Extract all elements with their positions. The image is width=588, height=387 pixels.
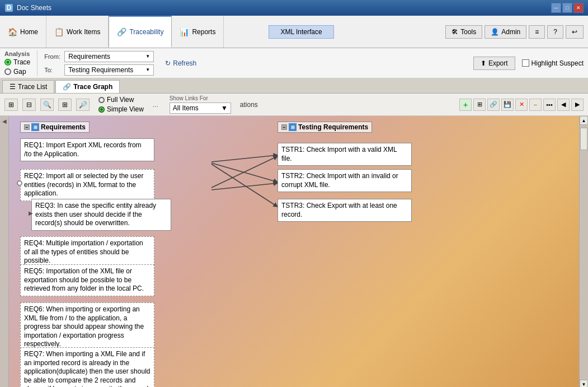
tab-tracegraph-label: Trace Graph	[73, 83, 112, 91]
add-button[interactable]: +	[459, 99, 472, 111]
tab-workitems[interactable]: 📋 Work Items	[46, 16, 109, 48]
from-dropdown[interactable]: Requirements ▼	[64, 51, 154, 62]
svg-line-6	[211, 183, 277, 190]
simpleview-indicator	[98, 106, 105, 113]
tab-home-label: Home	[20, 28, 38, 36]
delete-button[interactable]: ✕	[515, 99, 528, 111]
list-view-button[interactable]: ≡	[529, 25, 545, 39]
show-links-arrow: ▼	[221, 104, 228, 112]
tstr1-text: TSTR1: Check Import with a valid XML fil…	[281, 146, 397, 162]
reports-icon: 📊	[180, 27, 189, 36]
gap-radio[interactable]: Gap	[4, 68, 30, 76]
workitems-icon: 📋	[54, 27, 64, 36]
scroll-up-button[interactable]: ▲	[580, 116, 588, 125]
toolbar-btn-4[interactable]: ⊞	[58, 99, 72, 111]
tstr-collapse-btn[interactable]: −	[281, 124, 287, 130]
req2-text: REQ2: Import all or selected by the user…	[24, 172, 143, 197]
left-collapse-panel[interactable]: ◀	[0, 116, 9, 387]
fullview-radio[interactable]: Full View	[98, 96, 144, 104]
from-value: Requirements	[68, 53, 110, 60]
to-label: To:	[44, 67, 61, 73]
menu-bar: 🏠 Home 📋 Work Items 🔗 Traceability 📊 Rep…	[0, 16, 588, 48]
secondary-toolbar: ⊞ ⊟ 🔍 ⊞ 🔎 Full View Simple View ... Show…	[0, 94, 588, 116]
grid-button[interactable]: ⊞	[473, 99, 486, 111]
svg-line-2	[211, 155, 277, 162]
req7-text: REQ7: When importing a XML File and if a…	[24, 350, 150, 387]
prev-button[interactable]: ◀	[557, 99, 570, 111]
req-collapse-btn[interactable]: −	[24, 124, 30, 130]
tab-traceability-label: Traceability	[129, 28, 163, 36]
req6-node: REQ6: When importing or exporting an XML…	[20, 302, 154, 352]
tab-reports[interactable]: 📊 Reports	[172, 16, 224, 48]
right-menu: 🛠 Tools 👤 Admin ≡ ? ↩	[441, 25, 588, 39]
toolbar-area: Analysis Trace Gap From: Requirements ▼ …	[0, 48, 588, 78]
trace-radio-label: Trace	[13, 58, 30, 66]
next-button[interactable]: ▶	[571, 99, 584, 111]
xml-interface-tab[interactable]: XML Interface	[269, 25, 333, 39]
more-btn[interactable]: ...	[153, 101, 158, 109]
scroll-thumb[interactable]	[580, 128, 587, 150]
close-button[interactable]: ✕	[573, 3, 584, 13]
minimize-button[interactable]: ─	[551, 3, 561, 13]
toolbar-btn-5[interactable]: 🔎	[76, 99, 90, 111]
exit-button[interactable]: ↩	[566, 25, 584, 39]
tstr1-node: TSTR1: Check Import with a valid XML fil…	[277, 143, 412, 166]
more-options-button[interactable]: •••	[543, 99, 556, 111]
show-links-section: Show Links For All Items ▼	[170, 95, 231, 114]
tab-tracelist-label: Trace List	[18, 83, 47, 91]
highlight-checkbox[interactable]	[522, 59, 529, 67]
show-links-label: Show Links For	[170, 95, 231, 101]
gap-radio-indicator	[4, 68, 11, 75]
req3-arrow: ▶	[29, 210, 33, 216]
link-button[interactable]: 🔗	[487, 99, 500, 111]
from-arrow-icon: ▼	[145, 54, 150, 59]
view-section: Full View Simple View	[98, 96, 144, 113]
scroll-track	[580, 125, 588, 380]
trace-radio[interactable]: Trace	[4, 58, 30, 66]
app-title: Doc Sheets	[17, 4, 551, 12]
maximize-button[interactable]: □	[562, 3, 572, 13]
tab-tracelist[interactable]: ☰ Trace List	[2, 80, 54, 93]
traceability-icon: 🔗	[117, 27, 126, 36]
toolbar-btn-3[interactable]: 🔍	[40, 99, 54, 111]
tstr-group-icon: ⊞	[289, 123, 297, 131]
tab-traceability[interactable]: 🔗 Traceability	[109, 16, 172, 48]
requirements-group-header: − ⊞ Requirements	[20, 122, 90, 133]
tab-tracegraph[interactable]: 🔗 Trace Graph	[55, 80, 120, 93]
refresh-icon: ↻	[165, 59, 171, 67]
simpleview-radio[interactable]: Simple View	[98, 105, 144, 113]
export-button[interactable]: ⬆ Export	[473, 57, 515, 70]
admin-button[interactable]: 👤 Admin	[484, 25, 526, 39]
home-icon: 🏠	[8, 27, 17, 36]
req4-node: REQ4: Multiple importation / exportation…	[20, 236, 154, 268]
toolbar-btn-1[interactable]: ⊞	[4, 99, 18, 111]
toolbar-btn-2[interactable]: ⊟	[22, 99, 36, 111]
minus-button[interactable]: −	[529, 99, 542, 111]
right-toolbar-btns: + ⊞ 🔗 💾 ✕ − ••• ◀ ▶	[459, 99, 584, 111]
req3-text: REQ3: In case the specific entity alread…	[35, 202, 156, 227]
scroll-down-button[interactable]: ▼	[580, 380, 588, 387]
to-dropdown[interactable]: Testing Requirements ▼	[64, 64, 154, 76]
radio-group: Trace Gap	[4, 58, 30, 76]
tstr2-node: TSTR2: Check Import with an invalid or c…	[277, 169, 412, 192]
tab-home[interactable]: 🏠 Home	[0, 16, 46, 48]
refresh-button[interactable]: ↻ Refresh	[161, 57, 201, 69]
save-button[interactable]: 💾	[501, 99, 514, 111]
to-arrow-icon: ▼	[145, 67, 150, 72]
show-links-dropdown[interactable]: All Items ▼	[170, 102, 231, 114]
req7-node: REQ7: When importing a XML File and if a…	[20, 347, 154, 387]
actions-label: ations	[240, 101, 258, 109]
xml-interface-label: XML Interface	[280, 28, 322, 36]
simpleview-label: Simple View	[107, 105, 144, 113]
req-group-label: Requirements	[41, 123, 86, 131]
tools-button[interactable]: 🛠 Tools	[445, 25, 482, 39]
export-icon: ⬆	[481, 59, 486, 67]
req3-node: REQ3: In case the specific entity alread…	[31, 199, 171, 231]
tstr3-text: TSTR3: Check Export with at least one re…	[281, 202, 397, 218]
tstr-group-label: Testing Requirements	[298, 123, 368, 131]
tools-label: Tools	[460, 28, 476, 36]
tstr3-node: TSTR3: Check Export with at least one re…	[277, 199, 412, 222]
help-button[interactable]: ?	[547, 25, 563, 39]
svg-line-3	[211, 163, 277, 182]
from-row: From: Requirements ▼	[44, 51, 154, 62]
